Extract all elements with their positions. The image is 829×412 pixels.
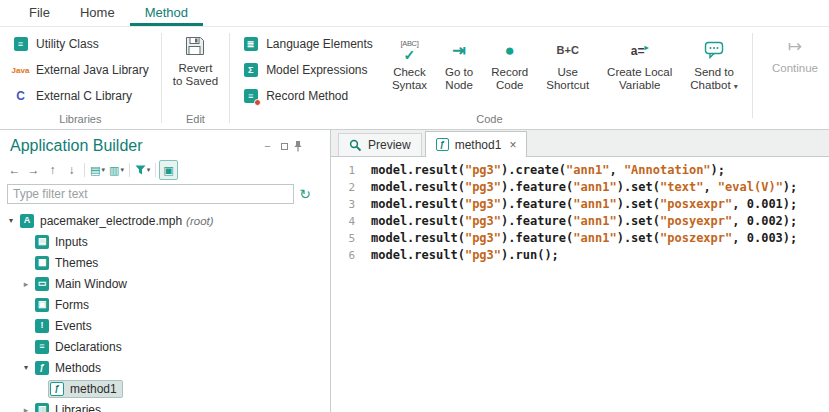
code-line[interactable]: 2model.result("pg3").feature("ann1").set…: [331, 179, 829, 196]
move-up-button[interactable]: ↑: [43, 160, 62, 180]
tree-item-label: Forms: [55, 298, 89, 312]
tree-item-themes[interactable]: ▦Themes: [0, 252, 318, 273]
ribbon-group-code: ≣ Language Elements Σ Model Expressions …: [232, 27, 747, 129]
java-icon: Java: [12, 62, 29, 78]
filter-menu-button[interactable]: ▾: [133, 160, 152, 180]
application-builder-panel: Application Builder − ← → ↑ ↓ ▤: [0, 130, 318, 412]
revert-label-line2: to Saved: [173, 75, 218, 88]
check-syntax-icon: [ABC] ✓: [400, 34, 418, 66]
code-text: model.result("pg3").feature("ann1").set(…: [359, 196, 797, 213]
editor-tab-bar: Preview ƒ method1 ×: [331, 130, 829, 157]
utility-class-button[interactable]: ≡ Utility Class: [2, 31, 159, 57]
forms-icon: ▣: [35, 298, 49, 312]
language-elements-button[interactable]: ≣ Language Elements: [232, 31, 383, 57]
create-local-variable-button[interactable]: a=▸ Create Local Variable: [602, 31, 677, 95]
tree-item-method1[interactable]: ƒmethod1: [0, 378, 318, 399]
tab-preview-label: Preview: [368, 138, 411, 152]
tree-item-label: Libraries: [55, 403, 101, 412]
tree-item-methods[interactable]: ▾ƒMethods: [0, 357, 318, 378]
chevron-down-icon: ▾: [734, 82, 738, 91]
method-editor: Preview ƒ method1 × 1model.result("pg3")…: [330, 130, 829, 412]
record-dot-icon: [254, 99, 261, 106]
node-group-menu-button[interactable]: ▥ ▾: [107, 160, 126, 180]
revert-to-saved-button[interactable]: Revert to Saved: [168, 27, 223, 112]
declarations-icon: ≡: [35, 340, 49, 354]
use-shortcut-button[interactable]: B+C Use Shortcut: [541, 31, 594, 95]
application-window: File Home Method ≡ Utility Class Java Ex…: [0, 0, 829, 412]
code-line[interactable]: 1model.result("pg3").create("ann1", "Ann…: [331, 162, 829, 179]
method-icon: ƒ: [50, 382, 64, 396]
panel-splitter[interactable]: [318, 130, 330, 412]
main-window-icon: ▭: [35, 277, 49, 291]
model-expressions-button[interactable]: Σ Model Expressions: [232, 57, 383, 83]
panel-minimize-icon[interactable]: −: [259, 140, 276, 152]
record-method-label: Record Method: [266, 89, 348, 103]
tree-item-libraries[interactable]: ▸▥Libraries: [0, 399, 318, 412]
move-down-button[interactable]: ↓: [62, 160, 81, 180]
continue-arrow-icon: ↦: [788, 36, 802, 57]
code-text: model.result("pg3").feature("ann1").set(…: [359, 213, 797, 230]
code-line[interactable]: 6model.result("pg3").run();: [331, 247, 829, 264]
external-java-library-button[interactable]: Java External Java Library: [2, 57, 159, 83]
tree-item-label: Main Window: [55, 277, 127, 291]
tree-item-forms[interactable]: ▣Forms: [0, 294, 318, 315]
record-code-button[interactable]: ● Record Code: [486, 31, 533, 95]
tree-caret-collapsed-icon[interactable]: ▸: [19, 279, 33, 289]
model-expressions-icon: Σ: [242, 62, 259, 78]
code-area[interactable]: 1model.result("pg3").create("ann1", "Ann…: [331, 157, 829, 412]
close-tab-icon[interactable]: ×: [509, 138, 516, 152]
toolbar-separator: [129, 163, 130, 177]
code-line[interactable]: 3model.result("pg3").feature("ann1").set…: [331, 196, 829, 213]
chevron-down-icon: ▾: [147, 166, 151, 174]
tree-caret-expanded-icon[interactable]: ▾: [4, 216, 18, 225]
send-to-chatbot-button[interactable]: Send to Chatbot ▾: [685, 31, 743, 96]
go-to-node-button[interactable]: ⇥ Go to Node: [440, 31, 478, 95]
toolbar-separator: [155, 163, 156, 177]
utility-class-label: Utility Class: [36, 37, 99, 51]
code-text: model.result("pg3").feature("ann1").set(…: [359, 230, 797, 247]
tree-item-label: pacemaker_electrode.mph: [40, 214, 182, 228]
magnifier-icon: [349, 139, 362, 152]
editor-tools-toggle-button[interactable]: ▣: [159, 160, 178, 180]
code-text: model.result("pg3").create("ann1", "Anno…: [359, 162, 725, 179]
code-line[interactable]: 4model.result("pg3").feature("ann1").set…: [331, 213, 829, 230]
tree-item-label: Declarations: [55, 340, 122, 354]
record-method-button[interactable]: ≡ Record Method: [232, 83, 383, 109]
tree-item-declarations[interactable]: ≡Declarations: [0, 336, 318, 357]
show-tree-menu-button[interactable]: ▤ ▾: [88, 160, 107, 180]
nav-back-button[interactable]: ←: [5, 160, 24, 180]
tab-method[interactable]: Method: [130, 0, 203, 26]
panel-float-icon[interactable]: [276, 140, 293, 152]
toolbar-separator: [84, 163, 85, 177]
filter-input[interactable]: [7, 184, 294, 204]
ribbon: ≡ Utility Class Java External Java Libra…: [0, 27, 829, 130]
tree-caret-expanded-icon[interactable]: ▾: [19, 363, 33, 372]
tab-home[interactable]: Home: [65, 0, 130, 26]
panel-pin-icon[interactable]: [293, 140, 310, 152]
tree-item-events[interactable]: !Events: [0, 315, 318, 336]
language-elements-label: Language Elements: [266, 37, 373, 51]
continue-button[interactable]: ↦ Continue: [767, 27, 823, 124]
code-line[interactable]: 5model.result("pg3").feature("ann1").set…: [331, 230, 829, 247]
tab-preview[interactable]: Preview: [338, 133, 422, 156]
tab-method1-label: method1: [455, 138, 502, 152]
tree-caret-collapsed-icon[interactable]: ▸: [19, 405, 33, 412]
go-to-node-icon: ⇥: [452, 41, 465, 60]
refresh-icon[interactable]: ↻: [299, 187, 311, 201]
check-syntax-button[interactable]: [ABC] ✓ Check Syntax: [387, 31, 432, 95]
funnel-icon: [135, 165, 146, 175]
tree-item-label: Events: [55, 319, 92, 333]
c-language-icon: C: [12, 88, 29, 104]
tree-item-pacemaker-electrode-mph[interactable]: ▾Apacemaker_electrode.mph(root): [0, 210, 318, 231]
chevron-down-icon: ▾: [101, 166, 105, 174]
nav-forward-button[interactable]: →: [24, 160, 43, 180]
tree-item-main-window[interactable]: ▸▭Main Window: [0, 273, 318, 294]
tab-method1[interactable]: ƒ method1 ×: [425, 131, 528, 157]
external-c-library-button[interactable]: C External C Library: [2, 83, 159, 109]
filter-row: ↻: [0, 182, 318, 208]
tree-item-inputs[interactable]: ▤Inputs: [0, 231, 318, 252]
utility-class-icon: ≡: [12, 36, 29, 52]
line-number: 3: [331, 196, 359, 213]
ribbon-group-edit: Revert to Saved Edit: [164, 27, 227, 129]
tab-file[interactable]: File: [14, 0, 65, 26]
